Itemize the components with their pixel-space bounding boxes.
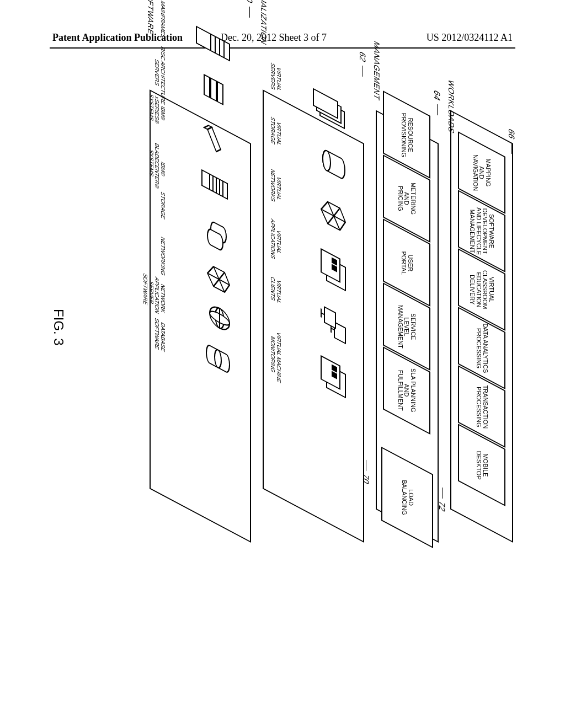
header-pubnum: US 2012/0324112 A1 bbox=[427, 32, 513, 44]
svg-marker-31 bbox=[207, 125, 221, 154]
label-bladecenter: IBM® BLADECENTER® SYSTEMS bbox=[148, 139, 166, 193]
layer-title-hwsoft: HARDWARE AND SOFTWARE bbox=[146, 0, 155, 37]
risc-server-icon bbox=[199, 68, 232, 113]
header-rule bbox=[50, 47, 515, 49]
layer-title-workloads: WORKLOADS bbox=[447, 78, 456, 135]
layer-virtualization-frame bbox=[263, 89, 364, 543]
figure-3-diagram: WORKLOADS MANAGEMENT VIRTUALIZATION HARD… bbox=[44, 121, 519, 552]
svg-rect-30 bbox=[204, 74, 210, 97]
layer-title-virtualization: VIRTUALIZATION bbox=[259, 0, 268, 47]
label-vm-monitoring: VIRTUAL MACHINE MONITORING bbox=[270, 328, 281, 384]
label-database-sw: DATABASE SOFTWARE bbox=[154, 317, 166, 354]
label-virtual-networks: VIRTUAL NETWORKS bbox=[270, 168, 281, 206]
svg-rect-28 bbox=[217, 82, 223, 104]
label-virtual-applications: VIRTUAL APPLICATIONS bbox=[270, 217, 281, 263]
figure-label: FIG. 3 bbox=[51, 309, 66, 346]
label-storage: STORAGE bbox=[160, 190, 166, 220]
mainframe-icon bbox=[194, 23, 232, 64]
header-sheet: Dec. 20, 2012 Sheet 3 of 7 bbox=[221, 32, 327, 44]
svg-rect-29 bbox=[211, 78, 216, 101]
label-virtual-servers: VIRTUAL SERVERS bbox=[270, 61, 281, 94]
ref-64: 64 bbox=[433, 88, 442, 103]
label-networking: NETWORKING bbox=[160, 235, 166, 276]
svg-rect-16 bbox=[324, 307, 335, 329]
ref-62: 62 bbox=[358, 50, 367, 64]
label-mainframes: MAINFRAMES bbox=[160, 0, 166, 39]
ref-60: 60 bbox=[245, 0, 254, 5]
ref-66: 66 bbox=[507, 127, 516, 141]
layer-title-management: MANAGEMENT bbox=[372, 39, 381, 102]
label-virtual-storage: VIRTUAL STORAGE bbox=[270, 115, 281, 148]
ref-72: 72 bbox=[438, 499, 447, 513]
